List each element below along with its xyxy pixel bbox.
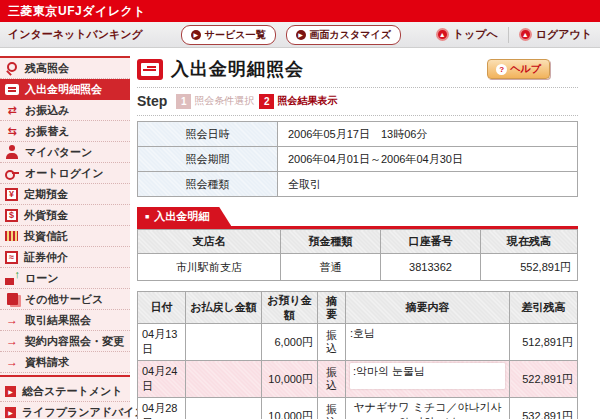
withdrawal-cell (186, 361, 262, 398)
page-title: 入出金明細照会 (171, 57, 304, 81)
current-balance-value: 552,891円 (481, 254, 578, 281)
query-conditions-table: 照会日時 2006年05月17日 13時06分 照会期間 2006年04月01日… (137, 121, 578, 197)
annotation-overlay: :악마의 눈물님 (350, 363, 505, 389)
table-row: 照会種類 全取引 (138, 172, 578, 197)
description-cell: ヤナギサワ ミチコ／야나기사와;미치코님 (346, 398, 510, 419)
sidebar-item-securities[interactable]: ≈ 証券仲介 (0, 247, 130, 268)
right-arrow-icon: → (5, 355, 19, 369)
sidebar-item-transfer-furikomi[interactable]: ⇄ お振込み (0, 100, 130, 121)
divider (508, 27, 509, 43)
person-icon (5, 145, 19, 159)
withdrawal-cell (186, 324, 262, 361)
step-1: 1 照会条件選択 (176, 94, 254, 109)
sidebar-item-label: 取引結果照会 (25, 313, 91, 328)
sidebar-item-transaction-results[interactable]: → 取引結果照会 (0, 310, 130, 331)
deposit-cell: 10,000円 (262, 398, 318, 419)
sidebar-item-my-pattern[interactable]: マイパターン (0, 142, 130, 163)
logout-link[interactable]: ▲ ログアウト (519, 27, 592, 42)
sidebar-item-label: オートログイン (25, 166, 104, 181)
step-2-active: 2 照会結果表示 (259, 94, 337, 109)
sidebar-item-transaction-detail[interactable]: 入出金明細照会 (0, 79, 130, 100)
circle-arrow-icon: ▶ (191, 30, 201, 40)
account-number-header: 口座番号 (381, 230, 481, 254)
play-bullet-icon: ▶ (5, 386, 16, 397)
subtitle: インターネットバンキング (8, 27, 143, 42)
top-link[interactable]: ▲ トップへ (436, 27, 498, 42)
transfer-icon: ⇄ (5, 103, 19, 117)
sidebar-item-label: 投資信託 (24, 229, 68, 244)
sidebar-item-label: お振込み (25, 103, 70, 118)
service-list-button[interactable]: ▶ サービス一覧 (181, 25, 276, 45)
sidebar-item-label: マイパターン (25, 145, 92, 160)
deposit-header: お預り金額 (262, 292, 318, 324)
dollar-box-icon: $ (5, 209, 18, 222)
step-indicator: Step 1 照会条件選択 2 照会結果表示 (137, 93, 578, 109)
withdrawal-header: お払戻し金額 (186, 292, 262, 324)
brand-title: 三菱東京UFJダイレクト (8, 3, 146, 20)
help-button[interactable]: ? ヘルプ (487, 59, 550, 79)
sidebar-item-investment-trust[interactable]: 投資信託 (0, 226, 130, 247)
table-header-row: 支店名 預金種類 口座番号 現在残高 (138, 230, 578, 254)
sidebar-item-lifeplan-advice[interactable]: ▶ ライフプランアドバイス (0, 402, 130, 419)
exchange-icon: ⇆ (5, 124, 19, 138)
magnifier-icon (5, 61, 19, 75)
screen-customize-button[interactable]: ▶ 画面カスタマイズ (286, 25, 401, 45)
play-bullet-icon: ▶ (5, 407, 16, 418)
section-title-tab: 入出金明細 (137, 207, 231, 226)
sidebar-item-label: その他サービス (25, 292, 103, 307)
date-cell: 04月24日 (138, 361, 186, 398)
current-balance-header: 現在残高 (481, 230, 578, 254)
step-2-label: 照会結果表示 (277, 94, 337, 108)
right-arrow-icon: → (5, 313, 19, 327)
deposit-type-header: 預金種類 (281, 230, 381, 254)
sidebar-item-time-deposit[interactable]: ¥ 定期預金 (0, 184, 130, 205)
sidebar-item-label: ライフプランアドバイス (22, 405, 146, 419)
account-number-value: 3813362 (381, 254, 481, 281)
deposit-type-value: 普通 (281, 254, 381, 281)
transaction-row: 04月24日 10,000円 振込 :악마의 눈물님 522,891円 (138, 361, 578, 398)
sidebar-item-document-request[interactable]: → 資料請求 (0, 352, 130, 373)
sidebar-item-loan[interactable]: ローン (0, 268, 130, 289)
step-1-label: 照会条件選択 (194, 94, 254, 108)
transactions-table: 日付 お払戻し金額 お預り金額 摘要 摘要内容 差引残高 04月13日 6,00… (137, 291, 578, 419)
main-content: 入出金明細照会 ? ヘルプ Step 1 照会条件選択 2 照会結果表示 照会日… (130, 48, 600, 419)
step-2-number: 2 (259, 94, 274, 109)
sidebar-item-auto-login[interactable]: オートログイン (0, 163, 130, 184)
sidebar-item-label: 定期預金 (24, 187, 68, 202)
table-header-row: 日付 お払戻し金額 お預り金額 摘要 摘要内容 差引残高 (138, 292, 578, 324)
documents-icon (7, 293, 18, 305)
sidebar-item-foreign-deposit[interactable]: $ 外貨預金 (0, 205, 130, 226)
question-icon: ? (496, 64, 507, 75)
date-header: 日付 (138, 292, 186, 324)
branch-value: 市川駅前支店 (138, 254, 281, 281)
date-cell: 04月28日 (138, 398, 186, 419)
table-row: 照会期間 2006年04月01日～2006年04月30日 (138, 147, 578, 172)
statement-icon (5, 84, 19, 95)
line-chart-icon: ≈ (5, 251, 18, 264)
sidebar-item-balance-inquiry[interactable]: 残高照会 (0, 58, 130, 79)
logout-label: ログアウト (536, 27, 592, 42)
sidebar-item-label: 総合ステートメント (22, 384, 123, 399)
sidebar-item-transfer-furikae[interactable]: ⇆ お振替え (0, 121, 130, 142)
bar-chart-icon (5, 231, 18, 241)
sidebar-item-label: 外貨預金 (24, 208, 68, 223)
step-word: Step (137, 93, 167, 109)
help-label: ヘルプ (510, 62, 541, 76)
sidebar-item-statement[interactable]: ▶ 総合ステートメント (0, 381, 130, 402)
circle-arrow-icon: ▶ (296, 30, 306, 40)
sidebar-item-label: 入出金明細照会 (25, 82, 102, 97)
right-arrow-icon: → (5, 334, 19, 348)
service-list-label: サービス一覧 (205, 28, 266, 42)
statement-page-icon (137, 59, 163, 80)
sidebar-item-other-services[interactable]: その他サービス (0, 289, 130, 310)
step-1-number: 1 (176, 94, 191, 109)
logout-icon: ▲ (519, 28, 532, 41)
balance-cell: 522,891円 (510, 361, 578, 398)
brand-bar: 三菱東京UFJダイレクト (0, 0, 600, 22)
balance-header: 差引残高 (510, 292, 578, 324)
balance-cell: 512,891円 (510, 324, 578, 361)
category-cell: 振込 (318, 398, 346, 419)
sidebar-item-label: 契約内容照会・変更 (25, 334, 124, 349)
query-type-label: 照会種類 (138, 172, 278, 197)
sidebar-item-contract-inquiry[interactable]: → 契約内容照会・変更 (0, 331, 130, 352)
